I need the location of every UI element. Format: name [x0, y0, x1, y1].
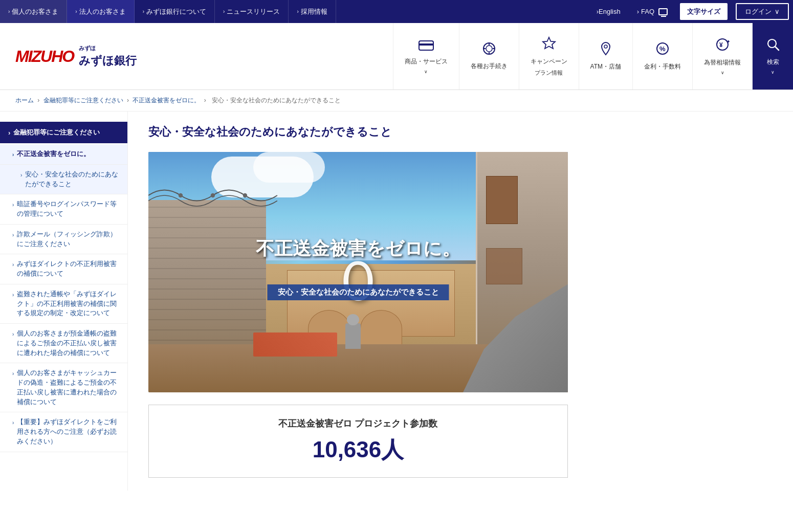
svg-point-9 [604, 45, 607, 48]
svg-point-3 [486, 46, 492, 52]
content-area: › 金融犯罪等にご注意ください › 不正送金被害をゼロに。 › 安心・安全な社会… [0, 112, 793, 491]
nav-rates-label: 金利・手数料 [644, 62, 681, 71]
sidebar-item-1[interactable]: › 安心・安全な社会のためにあなたができること [0, 165, 127, 195]
sidebar-item-0[interactable]: › 不正送金被害をゼロに。 [0, 144, 127, 165]
chevron-right-icon: › [8, 129, 10, 137]
nav-campaign-sublabel: プラン情報 [535, 69, 563, 77]
chevron-icon: › [12, 151, 14, 159]
nav-products-label: 商品・サービス [405, 57, 448, 66]
debris [253, 332, 337, 357]
nav-faq[interactable]: › FAQ [629, 0, 676, 23]
nav-personal[interactable]: › 個人のお客さま [0, 0, 67, 23]
nav-atm-label: ATM・店舗 [590, 62, 621, 71]
main-content: 安心・安全な社会のためにあなたができること [128, 112, 793, 491]
monitor-icon [658, 8, 668, 15]
fontsize-button[interactable]: 文字サイズ [680, 3, 728, 20]
svg-marker-8 [543, 37, 555, 49]
sidebar-item-6[interactable]: › 個人のお客さまが預金通帳の盗難によるご預金の不正払い戻し被害に遭われた場合の… [0, 324, 127, 363]
hero-title: 不正送金被害をゼロに。 [256, 236, 460, 261]
logo-area: MIZUHO みずほ みずほ銀行 [0, 23, 152, 90]
nav-exchange[interactable]: ¥ 為替相場情報 ∨ [692, 23, 752, 90]
svg-text:%: % [659, 45, 666, 53]
star-icon [542, 36, 556, 54]
nav-about[interactable]: › みずほ銀行について [135, 0, 215, 23]
nav-atm[interactable]: ATM・店舗 [579, 23, 632, 90]
sidebar-main-item[interactable]: › 金融犯罪等にご注意ください [0, 122, 127, 143]
sidebar-item-2[interactable]: › 暗証番号やログインパスワード等の管理について [0, 194, 127, 225]
hero-bg: 不正送金被害をゼロに。 ０ 安心・安全な社会のためにあなたができること [148, 152, 568, 392]
main-header: MIZUHO みずほ みずほ銀行 商品・サービス ∨ [0, 23, 793, 90]
nav-search[interactable]: 検索 ∨ [752, 23, 793, 90]
nav-news[interactable]: › ニュースリリース [215, 0, 289, 23]
logo-bank-name: みずほ銀行 [79, 53, 137, 69]
nav-search-label: 検索 [767, 58, 779, 66]
nav-exchange-label: 為替相場情報 [704, 58, 741, 67]
hero-subtitle: 安心・安全な社会のためにあなたができること [268, 284, 449, 300]
chevron-icon: › [12, 419, 14, 427]
top-navigation: › 個人のお客さま › 法人のお客さま › みずほ銀行について › ニュースリリ… [0, 0, 793, 23]
sidebar: › 金融犯罪等にご注意ください › 不正送金被害をゼロに。 › 安心・安全な社会… [0, 112, 128, 491]
logo-m-letter: MIZUHO [15, 47, 74, 66]
svg-rect-1 [419, 43, 433, 46]
sidebar-item-8[interactable]: › 【重要】みずほダイレクトをご利用される方へのご注意（必ずお読みください） [0, 412, 127, 452]
exchange-icon: ¥ [715, 37, 730, 55]
main-navigation: 商品・サービス ∨ 各種お手続き キャンペーン プラン情報 [152, 23, 793, 90]
nav-rates[interactable]: % 金利・手数料 [632, 23, 692, 90]
chevron-icon: › [12, 330, 14, 338]
hero-zero: ０ [330, 253, 386, 309]
svg-point-16 [179, 193, 183, 197]
nav-procedures-label: 各種お手続き [471, 62, 508, 71]
phone-icon [482, 42, 496, 59]
chevron-icon: › [12, 201, 14, 209]
breadcrumb-zero[interactable]: 不正送金被害をゼロに。 [133, 97, 200, 104]
nav-corporate[interactable]: › 法人のお客さま [67, 0, 134, 23]
svg-text:¥: ¥ [719, 41, 723, 49]
hero-image: 不正送金被害をゼロに。 ０ 安心・安全な社会のためにあなたができること [148, 152, 568, 392]
svg-line-15 [775, 47, 779, 50]
sidebar-item-3[interactable]: › 詐欺メール（フィッシング詐欺）にご注意ください [0, 225, 127, 255]
person-figure [345, 323, 361, 349]
nav-products[interactable]: 商品・サービス ∨ [393, 23, 459, 90]
chevron-icon: › [12, 370, 14, 378]
sidebar-item-4[interactable]: › みずほダイレクトの不正利用被害の補償について [0, 254, 127, 284]
breadcrumb-current: 安心・安全な社会のためにあなたができること [212, 97, 341, 104]
breadcrumb-home[interactable]: ホーム [15, 97, 34, 104]
nav-procedures[interactable]: 各種お手続き [459, 23, 519, 90]
nav-english[interactable]: › English [588, 0, 629, 23]
chevron-icon: › [12, 231, 14, 239]
chevron-icon: › [20, 171, 22, 179]
nav-campaign-label: キャンペーン [531, 57, 567, 66]
breadcrumb: ホーム › 金融犯罪等にご注意ください › 不正送金被害をゼロに。 › 安心・安… [0, 90, 793, 112]
card-icon [418, 38, 434, 54]
chevron-down-icon: ∨ [775, 8, 780, 15]
chevron-icon: › [12, 261, 14, 269]
svg-point-17 [211, 193, 215, 197]
logo-mizuho-text: みずほ [79, 45, 137, 52]
nav-recruit[interactable]: › 採用情報 [289, 0, 336, 23]
location-icon [600, 41, 611, 59]
project-count-label: 不正送金被害ゼロ プロジェクト参加数 [161, 417, 555, 430]
svg-point-18 [243, 193, 247, 197]
chevron-icon: › [12, 291, 14, 299]
breadcrumb-crime[interactable]: 金融犯罪等にご注意ください [43, 97, 123, 104]
sidebar-item-5[interactable]: › 盗難された通帳や「みずほダイレクト」の不正利用被害の補償に関する規定の制定・… [0, 284, 127, 324]
search-icon [766, 38, 780, 55]
mizuho-logo[interactable]: MIZUHO みずほ みずほ銀行 [15, 45, 137, 69]
page-title: 安心・安全な社会のためにあなたができること [148, 124, 773, 140]
barbed-wire [148, 171, 282, 219]
project-count-box: 不正送金被害ゼロ プロジェクト参加数 10,636人 [148, 405, 568, 478]
project-count-number: 10,636人 [161, 435, 555, 465]
sidebar-item-7[interactable]: › 個人のお客さまがキャッシュカードの偽造・盗難によるご預金の不正払い戻し被害に… [0, 363, 127, 412]
nav-campaign[interactable]: キャンペーン プラン情報 [519, 23, 579, 90]
percent-icon: % [655, 41, 670, 59]
login-button[interactable]: ログイン ∨ [736, 3, 789, 20]
